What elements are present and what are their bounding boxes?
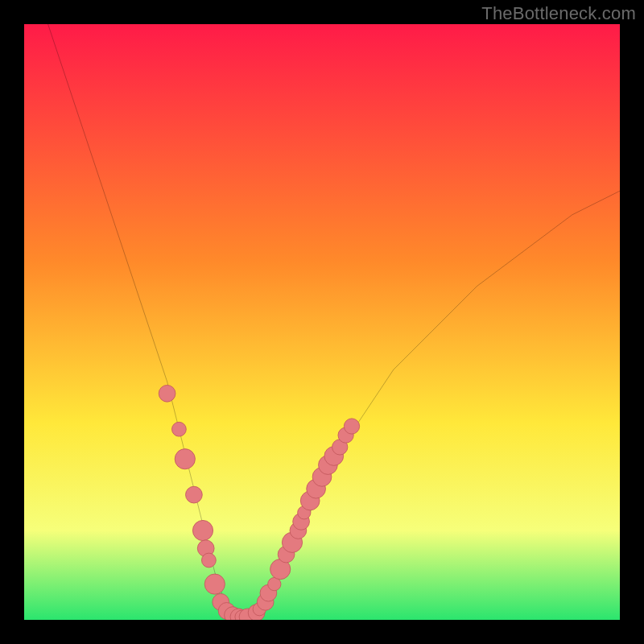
data-marker (186, 486, 203, 503)
data-marker (159, 385, 175, 402)
data-marker (175, 449, 195, 469)
data-marker (192, 520, 213, 540)
watermark-text: TheBottleneck.com (481, 3, 636, 24)
data-marker (172, 422, 187, 436)
chart-frame: TheBottleneck.com (0, 0, 644, 644)
bottleneck-chart (24, 24, 620, 620)
data-marker (202, 553, 217, 568)
gradient-background (24, 24, 620, 620)
data-marker (204, 574, 225, 594)
data-marker (344, 419, 359, 434)
